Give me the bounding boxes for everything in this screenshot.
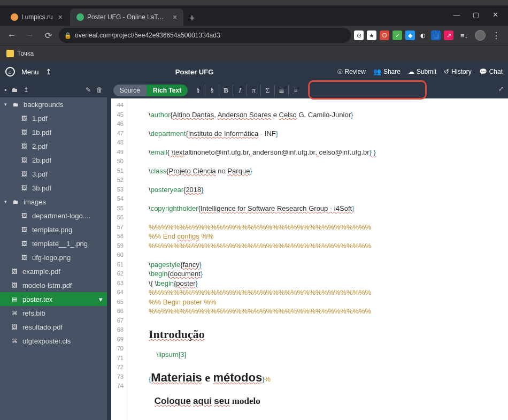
address-bar: ← → ⟳ 🔒 overleaf.com/project/5ee42e93665… [0, 26, 508, 45]
fullscreen-icon[interactable]: ⤢ [498, 85, 504, 93]
window-controls: — ▢ ✕ [447, 7, 505, 21]
image-file-icon: 🖼 [12, 324, 19, 330]
file-item[interactable]: 🖼modelo-lstm.pdf [0, 278, 107, 292]
extension-icon[interactable]: ↗ [444, 30, 453, 40]
submit-button[interactable]: ☁Submit [408, 68, 436, 75]
file-item[interactable]: 🖼ufg-logo.png [0, 250, 107, 264]
file-item[interactable]: 🖼example.pdf [0, 264, 107, 278]
file-name: 1b.pdf [32, 128, 51, 136]
new-folder-icon[interactable]: 🖿 [12, 86, 18, 94]
share-icon: 👥 [373, 68, 381, 75]
history-icon: ↺ [444, 68, 449, 75]
file-item[interactable]: 🖼2.pdf [0, 139, 107, 153]
file-item[interactable]: ⌘ufgtexposter.cls [0, 334, 107, 348]
url-text: overleaf.com/project/5ee42e936654a500013… [75, 32, 220, 39]
reload-button[interactable]: ⟳ [41, 28, 56, 43]
lock-icon: 🔒 [64, 32, 72, 39]
file-item[interactable]: 🖼template__1_.png [0, 236, 107, 250]
tab-title: Lumpics.ru [21, 13, 53, 21]
maximize-button[interactable]: ▢ [466, 7, 486, 21]
line-numbers: 4445464748495051525354555657585960616263… [111, 98, 127, 420]
close-window-button[interactable]: ✕ [486, 7, 505, 21]
file-item[interactable]: ⌘refs.bib [0, 306, 107, 320]
italic-button[interactable]: I [233, 85, 247, 96]
menu-button[interactable]: Menu [21, 68, 39, 76]
file-item[interactable]: 🖼template.png [0, 223, 107, 236]
bullet-list-button[interactable]: ≡ [288, 85, 302, 96]
editor-toolbar: Source Rich Text §§BIπΣ≣≡ ⤢ [111, 82, 508, 98]
browser-tab[interactable]: Lumpics.ru × [4, 9, 69, 26]
generic-file-icon: ⌘ [12, 338, 19, 345]
url-input[interactable]: 🔒 overleaf.com/project/5ee42e936654a5000… [59, 28, 351, 43]
new-file-icon[interactable]: ▪ [4, 86, 6, 94]
close-tab-icon[interactable]: × [173, 13, 177, 21]
app-top-menu: ⌂ Menu ↥ Poster UFG ⦾Review 👥Share ☁Subm… [0, 61, 508, 82]
source-rich-toggle[interactable]: Source Rich Text [113, 85, 188, 96]
file-item[interactable]: 🖼2b.pdf [0, 153, 107, 167]
bookmark-item[interactable]: Точка [6, 50, 34, 57]
file-name: 3b.pdf [32, 184, 51, 192]
extension-icon[interactable]: ⬚ [431, 30, 441, 40]
delete-icon[interactable]: 🗑 [96, 86, 103, 94]
forward-button[interactable]: → [22, 28, 37, 43]
extension-icon[interactable]: ◆ [405, 30, 415, 40]
image-file-icon: 🖼 [21, 185, 29, 191]
chat-button[interactable]: 💬Chat [479, 68, 503, 75]
image-file-icon: 🖼 [21, 171, 29, 177]
history-button[interactable]: ↺History [444, 68, 471, 75]
folder-item[interactable]: ▾🖿images [0, 195, 107, 209]
folder-icon: 🖿 [13, 101, 20, 108]
file-item[interactable]: 🖼1.pdf [0, 111, 107, 125]
chevron-down-icon[interactable]: ▾ [99, 295, 103, 303]
display-math-button[interactable]: Σ [260, 85, 274, 96]
file-item[interactable]: 🖼resultado.pdf [0, 320, 107, 334]
file-name: 2.pdf [32, 142, 48, 150]
share-button[interactable]: 👥Share [373, 68, 401, 75]
rename-icon[interactable]: ✎ [86, 86, 91, 94]
file-name: template.png [32, 226, 72, 234]
main-area: ▪ 🖿 ↥ ✎ 🗑 ▾🖿backgrounds🖼1.pdf🖼1b.pdf🖼2.p… [0, 82, 508, 420]
extension-icon[interactable]: ✓ [392, 30, 402, 40]
chevron-down-icon: ▾ [4, 102, 10, 107]
file-name: 1.pdf [32, 114, 48, 123]
file-item[interactable]: 🖼3.pdf [0, 167, 107, 181]
folder-item[interactable]: ▾🖿backgrounds [0, 97, 107, 111]
browser-tab[interactable]: Poster UFG - Online LaTeX Editor × [70, 9, 183, 26]
reading-list-icon[interactable]: ≡↓ [457, 28, 472, 43]
subsection-button[interactable]: § [205, 85, 219, 96]
code-area[interactable]: \author{Altino Dantas, Anderson Soares e… [127, 98, 508, 420]
review-button[interactable]: ⦾Review [337, 68, 366, 75]
section-button[interactable]: § [191, 85, 205, 96]
extension-icon[interactable]: ◐ [418, 30, 428, 40]
file-name: example.pdf [22, 268, 60, 276]
close-tab-icon[interactable]: × [58, 13, 63, 21]
image-file-icon: 🖼 [21, 240, 29, 247]
image-file-icon: 🖼 [21, 212, 29, 219]
file-name: department-logo.... [32, 212, 90, 220]
file-item[interactable]: 🖼1b.pdf [0, 125, 107, 139]
numbered-list-button[interactable]: ≣ [274, 85, 288, 96]
upload-file-icon[interactable]: ↥ [24, 86, 29, 94]
file-name: images [24, 198, 46, 206]
file-item[interactable]: 🖼3b.pdf [0, 181, 107, 195]
source-mode-button[interactable]: Source [113, 85, 147, 96]
extension-icon[interactable]: ⊙ [354, 30, 364, 40]
minimize-button[interactable]: — [447, 7, 466, 21]
bold-button[interactable]: B [219, 85, 233, 96]
new-tab-button[interactable]: + [184, 11, 199, 26]
overleaf-logo-icon[interactable]: ⌂ [5, 67, 15, 77]
extension-icon[interactable]: O [380, 30, 389, 40]
file-item[interactable]: 🖼department-logo.... [0, 209, 107, 223]
inline-math-button[interactable]: π [247, 85, 260, 96]
back-button[interactable]: ← [4, 28, 19, 43]
file-name: resultado.pdf [22, 323, 63, 331]
extension-icon[interactable]: ★ [367, 30, 376, 40]
file-item[interactable]: ▤poster.tex▾ [0, 292, 107, 306]
upload-icon[interactable]: ↥ [45, 67, 52, 76]
profile-avatar[interactable] [475, 30, 486, 41]
rich-mode-button[interactable]: Rich Text [147, 85, 188, 96]
browser-menu-button[interactable]: ⋮ [489, 28, 504, 43]
editor-body[interactable]: 4445464748495051525354555657585960616263… [111, 98, 508, 420]
extension-icons: ⊙★O✓◆◐⬚↗ [354, 30, 453, 40]
resize-gutter[interactable] [107, 82, 111, 420]
